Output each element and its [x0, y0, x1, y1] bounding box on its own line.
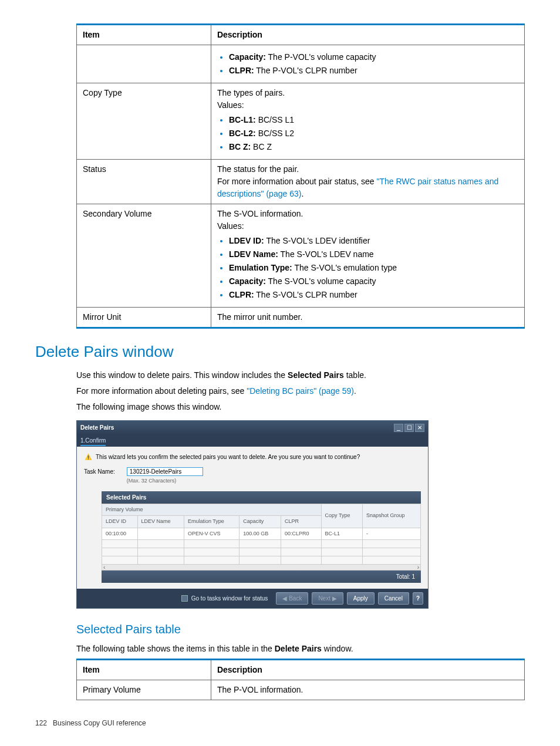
col-ldevname: LDEV Name: [137, 516, 184, 528]
cell-item: Copy Type: [77, 83, 211, 160]
cell-item: Status: [77, 160, 211, 204]
table-row: Secondary Volume The S-VOL information. …: [77, 204, 525, 308]
cell-item: Mirror Unit: [77, 308, 211, 328]
cell-desc: The status for the pair. For more inform…: [211, 160, 524, 204]
cell-item: Secondary Volume: [77, 204, 211, 308]
warning-text: This wizard lets you confirm the selecte…: [96, 453, 360, 461]
next-button[interactable]: Next ▶: [312, 592, 343, 605]
task-name-input[interactable]: [127, 467, 203, 476]
reference-table-2: Item Description Primary Volume The P-VO…: [76, 659, 525, 700]
col-emulation: Emulation Type: [184, 516, 239, 528]
dialog-tabs: 1.Confirm: [77, 434, 428, 447]
link-deleting-bc-pairs[interactable]: "Deleting BC pairs" (page 59): [247, 386, 354, 396]
selected-pairs-table: Primary Volume Copy Type Snapshot Group …: [102, 504, 421, 565]
table-row: [102, 556, 421, 565]
filter-icon[interactable]: ⎯: [394, 424, 403, 432]
tab-confirm[interactable]: 1.Confirm: [80, 437, 106, 446]
table-row: Capacity: The P-VOL's volume capacity CL…: [77, 45, 525, 83]
table-row: Primary Volume The P-VOL information.: [77, 680, 525, 700]
maximize-icon[interactable]: ☐: [404, 424, 414, 432]
dialog-title: Delete Pairs: [80, 423, 394, 432]
col-copytype: Copy Type: [321, 504, 362, 528]
table-row[interactable]: 00:10:00 OPEN-V CVS 100.00 GB 00:CLPR0 B…: [102, 528, 421, 540]
cell-desc: The types of pairs. Values: BC-L1: BC/SS…: [211, 83, 524, 160]
th-desc: Description: [211, 660, 524, 680]
help-button[interactable]: ?: [413, 592, 423, 605]
col-snapshot: Snapshot Group: [362, 504, 420, 528]
page-footer: 122 Business Copy GUI reference: [35, 718, 525, 728]
para: For more information about deleting pair…: [76, 385, 525, 397]
col-capacity: Capacity: [239, 516, 281, 528]
delete-pairs-dialog: Delete Pairs ⎯ ☐ ✕ 1.Confirm ⚠️ This wiz…: [76, 420, 429, 609]
th-item: Item: [77, 660, 211, 680]
back-button[interactable]: ◀ Back: [276, 592, 308, 605]
cell-desc: The P-VOL information.: [211, 680, 524, 700]
task-name-hint: (Max. 32 Characters): [127, 477, 203, 485]
cancel-button[interactable]: Cancel: [378, 592, 409, 605]
cell-desc: The S-VOL information. Values: LDEV ID: …: [211, 204, 524, 308]
selected-pairs-header: Selected Pairs: [102, 491, 421, 504]
cell-desc: Capacity: The P-VOL's volume capacity CL…: [211, 45, 524, 83]
close-icon[interactable]: ✕: [415, 424, 424, 432]
para: The following image shows this window.: [76, 401, 525, 413]
heading-selected-pairs-table: Selected Pairs table: [35, 620, 525, 638]
col-group-primary: Primary Volume: [102, 504, 322, 516]
para: The following table shows the items in t…: [76, 643, 525, 655]
th-desc: Description: [211, 25, 524, 45]
table-row: [102, 540, 421, 548]
warning-icon: ⚠️: [84, 453, 92, 461]
para: Use this window to delete pairs. This wi…: [76, 369, 525, 382]
col-ldevid: LDEV ID: [102, 516, 138, 528]
cell-desc: The mirror unit number.: [211, 308, 524, 328]
heading-delete-pairs: Delete Pairs window: [35, 340, 525, 363]
dialog-titlebar: Delete Pairs ⎯ ☐ ✕: [77, 421, 428, 434]
reference-table-1: Item Description Capacity: The P-VOL's v…: [76, 23, 525, 329]
goto-tasks-label: Go to tasks window for status: [191, 594, 268, 603]
task-name-label: Task Name:: [84, 467, 115, 476]
col-clpr: CLPR: [281, 516, 321, 528]
apply-button[interactable]: Apply: [347, 592, 375, 605]
horizontal-scrollbar[interactable]: [102, 565, 421, 571]
table-row: [102, 548, 421, 556]
total-label: Total: 1: [102, 571, 421, 583]
table-row: Copy Type The types of pairs. Values: BC…: [77, 83, 525, 160]
table-row: Status The status for the pair. For more…: [77, 160, 525, 204]
table-row: Mirror Unit The mirror unit number.: [77, 308, 525, 328]
cell-item: [77, 45, 211, 83]
dialog-footer: Go to tasks window for status ◀ Back Nex…: [77, 589, 428, 608]
goto-tasks-checkbox[interactable]: [181, 595, 188, 602]
cell-item: Primary Volume: [77, 680, 211, 700]
th-item: Item: [77, 25, 211, 45]
